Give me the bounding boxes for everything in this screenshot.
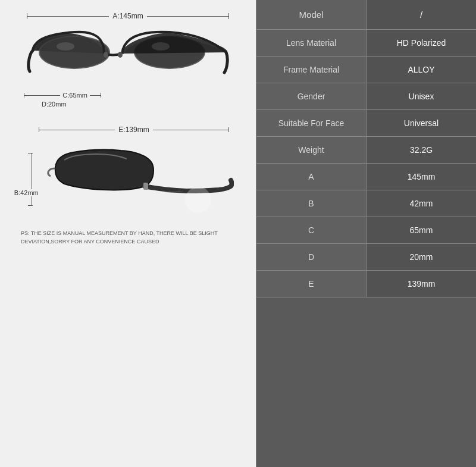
svg-point-1 bbox=[40, 37, 109, 68]
tick-right-a bbox=[228, 13, 229, 19]
glasses-front-view bbox=[27, 24, 229, 89]
spec-value-face: Universal bbox=[367, 110, 477, 137]
spec-row-a: A 145mm bbox=[256, 164, 476, 190]
spec-row-face: Suitable For Face Universal bbox=[256, 110, 476, 137]
spec-row-c: C 65mm bbox=[256, 217, 476, 244]
footnote-text: PS: THE SIZE IS MANUAL MEASUREMENT BY HA… bbox=[18, 230, 238, 246]
svg-point-6 bbox=[57, 42, 74, 51]
svg-point-5 bbox=[118, 52, 123, 58]
spec-value-c: 65mm bbox=[367, 217, 477, 244]
e-dimension-section: E:139mm B:42mm bbox=[18, 126, 238, 221]
spec-label-gender: Gender bbox=[256, 83, 367, 110]
b-label: B:42mm bbox=[14, 189, 39, 196]
svg-point-9 bbox=[185, 187, 211, 213]
spec-row-b: B 42mm bbox=[256, 190, 476, 217]
spec-row-e: E 139mm bbox=[256, 271, 476, 297]
spec-row-lens: Lens Material HD Polarized bbox=[256, 30, 476, 57]
e-line bbox=[39, 130, 115, 130]
svg-rect-8 bbox=[143, 183, 148, 190]
header-row: Model / bbox=[256, 0, 476, 30]
glasses-side-view bbox=[43, 137, 238, 221]
a-line-2 bbox=[147, 16, 228, 17]
spec-row-d: D 20mm bbox=[256, 244, 476, 271]
spec-value-d: 20mm bbox=[367, 244, 477, 271]
d-label: D:20mm bbox=[42, 101, 67, 108]
svg-point-7 bbox=[152, 42, 170, 51]
a-line bbox=[27, 16, 109, 17]
c-label: C:65mm bbox=[60, 92, 90, 99]
left-panel: A:145mm bbox=[0, 0, 256, 467]
cd-measurements: C:65mm D:20mm bbox=[18, 92, 238, 108]
spec-value-e: 139mm bbox=[367, 271, 477, 297]
spec-label-c: C bbox=[256, 217, 367, 244]
spec-value-a: 145mm bbox=[367, 164, 477, 190]
a-label: A:145mm bbox=[109, 12, 146, 20]
specs-table: Model / Lens Material HD Polarized Frame… bbox=[256, 0, 476, 297]
top-dimension-section: A:145mm bbox=[18, 12, 238, 108]
spec-value-weight: 32.2G bbox=[367, 137, 477, 164]
spec-label-frame: Frame Material bbox=[256, 57, 367, 83]
spec-label-a: A bbox=[256, 164, 367, 190]
spec-value-b: 42mm bbox=[367, 190, 477, 217]
e-label: E:139mm bbox=[115, 126, 152, 134]
header-col2: / bbox=[367, 0, 477, 30]
header-col1: Model bbox=[256, 0, 367, 30]
svg-point-4 bbox=[104, 52, 108, 58]
spec-value-gender: Unisex bbox=[367, 83, 477, 110]
spec-value-lens: HD Polarized bbox=[367, 30, 477, 57]
side-view-container: B:42mm bbox=[18, 137, 238, 221]
spec-label-e: E bbox=[256, 271, 367, 297]
spec-row-weight: Weight 32.2G bbox=[256, 137, 476, 164]
spec-label-b: B bbox=[256, 190, 367, 217]
specs-panel: Model / Lens Material HD Polarized Frame… bbox=[256, 0, 476, 467]
spec-row-frame: Frame Material ALLOY bbox=[256, 57, 476, 83]
main-container: A:145mm bbox=[0, 0, 476, 467]
spec-label-d: D bbox=[256, 244, 367, 271]
spec-value-frame: ALLOY bbox=[367, 57, 477, 83]
spec-label-lens: Lens Material bbox=[256, 30, 367, 57]
spec-row-gender: Gender Unisex bbox=[256, 83, 476, 110]
e-line-2 bbox=[153, 130, 228, 130]
spec-label-face: Suitable For Face bbox=[256, 110, 367, 137]
b-measurement: B:42mm bbox=[18, 153, 41, 206]
spec-label-weight: Weight bbox=[256, 137, 367, 164]
